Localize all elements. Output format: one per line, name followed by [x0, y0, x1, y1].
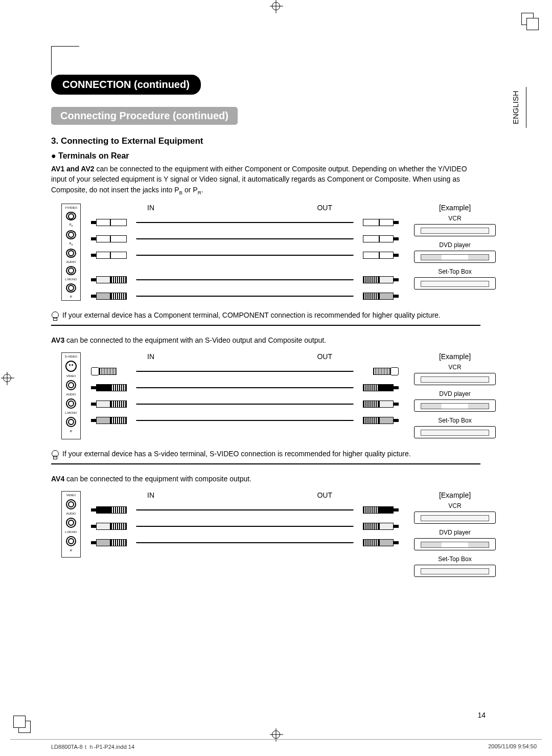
av4-description: AV4 can be connected to the equipment wi… — [51, 474, 480, 484]
dvd-icon — [414, 251, 496, 263]
language-tab: ENGLISH — [511, 87, 526, 128]
footer: LD8800TA-8ｔｈ-P1-P24.indd 14 2005/11/09 9… — [51, 743, 537, 751]
settopbox-icon — [414, 277, 496, 290]
av3-diagram: S-VIDEO VIDEO AUDIO L MONO R INOUT [Exam… — [61, 352, 501, 443]
example-column: [Example] VCR DVD player Set-Top Box — [409, 204, 501, 295]
registration-mark — [272, 730, 280, 739]
vcr-icon — [414, 224, 496, 236]
example-column: [Example] VCR DVD player Set-Top Box — [409, 352, 501, 443]
av12-diagram: Y/VIDEO PB PR AUDIO L MONO R INOUT [Exam… — [61, 204, 501, 305]
chapter-title: CONNECTION (continued) — [51, 75, 201, 95]
terminal-block-av3: S-VIDEO VIDEO AUDIO L MONO R — [61, 352, 81, 439]
settopbox-icon — [414, 426, 496, 438]
av3-description: AV3 can be connected to the equipment wi… — [51, 335, 480, 345]
crop-mark — [51, 47, 501, 75]
terminal-block-av4: VIDEO AUDIO L MONO R — [61, 491, 81, 558]
out-label: OUT — [317, 491, 332, 499]
terminal-block-av12: Y/VIDEO PB PR AUDIO L MONO R — [61, 204, 81, 301]
av12-description: AV1 and AV2 can be connected to the equi… — [51, 164, 480, 196]
av4-diagram: VIDEO AUDIO L MONO R INOUT [Example] VCR… — [61, 491, 501, 582]
page-number: 14 — [477, 711, 486, 719]
divider — [51, 325, 480, 326]
vcr-icon — [414, 512, 496, 524]
registration-mark — [272, 2, 280, 10]
out-label: OUT — [317, 204, 332, 212]
out-label: OUT — [317, 352, 332, 361]
in-label: IN — [147, 204, 154, 212]
tip-av12: If your external device has a Component … — [51, 311, 501, 321]
section-subtitle: Connecting Procedure (continued) — [51, 107, 238, 125]
dvd-icon — [414, 538, 496, 550]
footer-divider — [10, 739, 542, 740]
crop-corner — [521, 13, 539, 31]
example-column: [Example] VCR DVD player Set-Top Box — [409, 491, 501, 582]
vcr-icon — [414, 373, 496, 385]
timestamp: 2005/11/09 9:54:50 — [488, 743, 537, 751]
dvd-icon — [414, 399, 496, 412]
lightbulb-icon — [51, 312, 58, 321]
section-heading: 3. Connecting to External Equipment — [51, 136, 501, 146]
settopbox-icon — [414, 565, 496, 577]
tip-av3: If your external device has a S-video te… — [51, 450, 501, 459]
divider — [51, 463, 480, 464]
crop-corner — [13, 715, 31, 733]
subsection-heading: ● Terminals on Rear — [51, 151, 501, 161]
source-file: LD8800TA-8ｔｈ-P1-P24.indd 14 — [51, 743, 134, 751]
registration-mark — [3, 374, 11, 382]
lightbulb-icon — [51, 450, 58, 459]
in-label: IN — [147, 352, 154, 361]
in-label: IN — [147, 491, 154, 499]
